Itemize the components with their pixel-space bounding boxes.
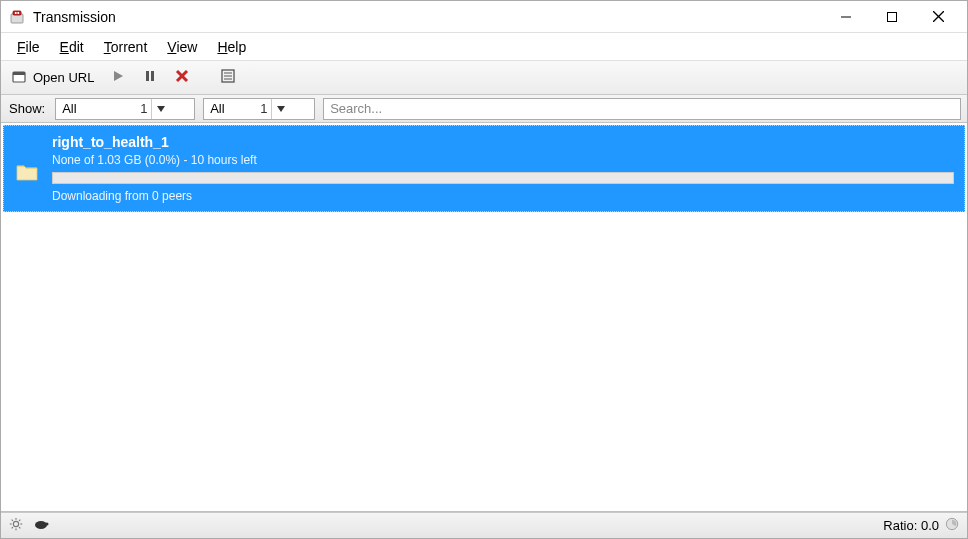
torrent-row[interactable]: right_to_health_1 None of 1.03 GB (0.0%)…	[3, 125, 965, 212]
svg-line-27	[19, 527, 20, 528]
svg-point-30	[35, 521, 47, 529]
open-url-label: Open URL	[33, 70, 94, 85]
chevron-down-icon	[151, 99, 169, 119]
maximize-button[interactable]	[869, 2, 915, 32]
chevron-down-icon	[271, 99, 289, 119]
window-title: Transmission	[33, 9, 823, 25]
svg-rect-11	[146, 71, 149, 81]
settings-icon[interactable]	[9, 517, 23, 534]
stats-icon[interactable]	[945, 517, 959, 534]
torrent-details: right_to_health_1 None of 1.03 GB (0.0%)…	[52, 134, 954, 203]
svg-rect-2	[15, 12, 17, 14]
turtle-mode-icon[interactable]	[33, 518, 49, 533]
status-bar-right: Ratio: 0.0	[883, 517, 959, 534]
status-bar: Ratio: 0.0	[1, 512, 967, 538]
menu-bar: File Edit Torrent View Help	[1, 33, 967, 61]
title-bar: Transmission	[1, 1, 967, 33]
svg-line-29	[12, 527, 13, 528]
svg-point-31	[46, 523, 49, 526]
svg-marker-19	[157, 106, 165, 112]
search-placeholder: Search...	[330, 101, 382, 116]
filter-status-text: All	[56, 101, 136, 116]
filter-tracker-count: 1	[256, 101, 271, 116]
menu-edit[interactable]: Edit	[50, 36, 94, 58]
remove-icon	[175, 69, 189, 86]
status-bar-left	[9, 517, 49, 534]
open-url-button[interactable]: Open URL	[7, 65, 98, 91]
svg-rect-12	[151, 71, 154, 81]
svg-point-21	[13, 521, 18, 526]
svg-rect-5	[888, 12, 897, 21]
svg-line-26	[12, 520, 13, 521]
properties-icon	[220, 68, 236, 87]
svg-rect-3	[18, 12, 20, 14]
filter-tracker-text: All	[204, 101, 256, 116]
svg-marker-20	[277, 106, 285, 112]
open-url-icon	[11, 68, 27, 87]
torrent-status: None of 1.03 GB (0.0%) - 10 hours left	[52, 153, 954, 167]
svg-marker-10	[114, 71, 123, 81]
ratio-label: Ratio: 0.0	[883, 518, 939, 533]
pause-icon	[143, 69, 157, 86]
torrent-name: right_to_health_1	[52, 134, 954, 150]
toolbar: Open URL	[1, 61, 967, 95]
search-input[interactable]: Search...	[323, 98, 961, 120]
properties-button[interactable]	[216, 65, 240, 91]
menu-file[interactable]: File	[7, 36, 50, 58]
close-button[interactable]	[915, 2, 961, 32]
torrent-peers: Downloading from 0 peers	[52, 189, 954, 203]
folder-icon	[12, 134, 42, 203]
remove-button[interactable]	[170, 65, 194, 91]
pause-button[interactable]	[138, 65, 162, 91]
torrent-list[interactable]: right_to_health_1 None of 1.03 GB (0.0%)…	[1, 123, 967, 512]
start-button[interactable]	[106, 65, 130, 91]
filter-status-count: 1	[136, 101, 151, 116]
svg-rect-9	[13, 72, 25, 75]
filter-status-combo[interactable]: All 1	[55, 98, 195, 120]
app-icon	[9, 9, 25, 25]
menu-help[interactable]: Help	[207, 36, 256, 58]
svg-line-28	[19, 520, 20, 521]
menu-view[interactable]: View	[157, 36, 207, 58]
window-controls	[823, 2, 961, 32]
torrent-progress-bar	[52, 172, 954, 184]
svg-rect-1	[13, 11, 21, 15]
filter-tracker-combo[interactable]: All 1	[203, 98, 315, 120]
menu-torrent[interactable]: Torrent	[94, 36, 158, 58]
minimize-button[interactable]	[823, 2, 869, 32]
filter-label: Show:	[7, 101, 47, 116]
filter-bar: Show: All 1 All 1 Search...	[1, 95, 967, 123]
play-icon	[111, 69, 125, 86]
